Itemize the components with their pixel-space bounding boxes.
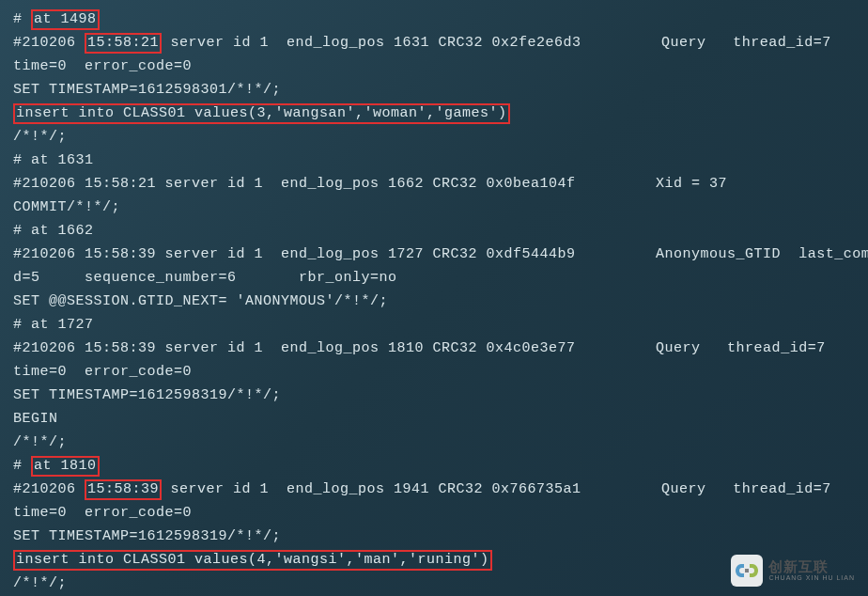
terminal-line: time=0 error_code=0 [13, 55, 855, 78]
terminal-line: #210206 15:58:39 server id 1 end_log_pos… [13, 478, 855, 501]
terminal-text: #210206 [13, 481, 85, 497]
highlight-box: 15:58:21 [85, 33, 162, 54]
watermark-text: 创新互联 CHUANG XIN HU LIAN [768, 559, 855, 581]
highlight-box: insert into CLASS01 values(3,'wangsan','… [13, 103, 510, 124]
terminal-line: #210206 15:58:39 server id 1 end_log_pos… [13, 243, 855, 266]
terminal-text: server id 1 end_log_pos 1631 CRC32 0x2fe… [162, 35, 868, 51]
terminal-text: # [13, 458, 31, 474]
terminal-line: time=0 error_code=0 [13, 501, 855, 525]
terminal-line: #210206 15:58:39 server id 1 end_log_pos… [13, 337, 855, 360]
svg-rect-0 [745, 569, 749, 572]
terminal-line: # at 1631 [13, 149, 855, 172]
watermark-logo-mark [731, 555, 763, 587]
terminal-line: COMMIT/*!*/; [13, 196, 855, 219]
terminal-line: BEGIN [13, 407, 855, 431]
watermark-cn: 创新互联 [768, 559, 855, 574]
terminal-line: SET TIMESTAMP=1612598319/*!*/; [13, 384, 855, 407]
terminal-line: /*!*/; [13, 431, 855, 454]
terminal-line: /*!*/; [13, 572, 855, 595]
highlight-box: at 1810 [31, 456, 100, 477]
terminal-line: #210206 15:58:21 server id 1 end_log_pos… [13, 172, 855, 196]
terminal-line: d=5 sequence_number=6 rbr_only=no [13, 266, 855, 290]
terminal-line: # at 1727 [13, 313, 855, 337]
terminal-line: time=0 error_code=0 [13, 360, 855, 384]
terminal-line: SET TIMESTAMP=1612598301/*!*/; [13, 78, 855, 102]
highlight-box: at 1498 [31, 9, 100, 30]
terminal-text: # [13, 11, 31, 27]
terminal-output: # at 1498#210206 15:58:21 server id 1 en… [13, 8, 855, 595]
terminal-line: /*!*/; [13, 125, 855, 149]
terminal-line: # at 1498 [13, 8, 855, 31]
highlight-box: 15:58:39 [85, 479, 162, 500]
terminal-line: SET @@SESSION.GTID_NEXT= 'ANONYMOUS'/*!*… [13, 290, 855, 313]
highlight-box: insert into CLASS01 values(4,'wangsi','m… [13, 550, 492, 571]
terminal-line: SET TIMESTAMP=1612598319/*!*/; [13, 525, 855, 548]
watermark-logo: 创新互联 CHUANG XIN HU LIAN [731, 555, 855, 587]
terminal-line: insert into CLASS01 values(3,'wangsan','… [13, 102, 855, 125]
terminal-line: # at 1810 [13, 454, 855, 478]
terminal-line: # at 1662 [13, 219, 855, 243]
terminal-text: server id 1 end_log_pos 1941 CRC32 0x766… [162, 481, 868, 497]
terminal-text: #210206 [13, 35, 85, 51]
terminal-line: insert into CLASS01 values(4,'wangsi','m… [13, 548, 855, 572]
terminal-line: #210206 15:58:21 server id 1 end_log_pos… [13, 31, 855, 55]
watermark-en: CHUANG XIN HU LIAN [768, 574, 855, 581]
